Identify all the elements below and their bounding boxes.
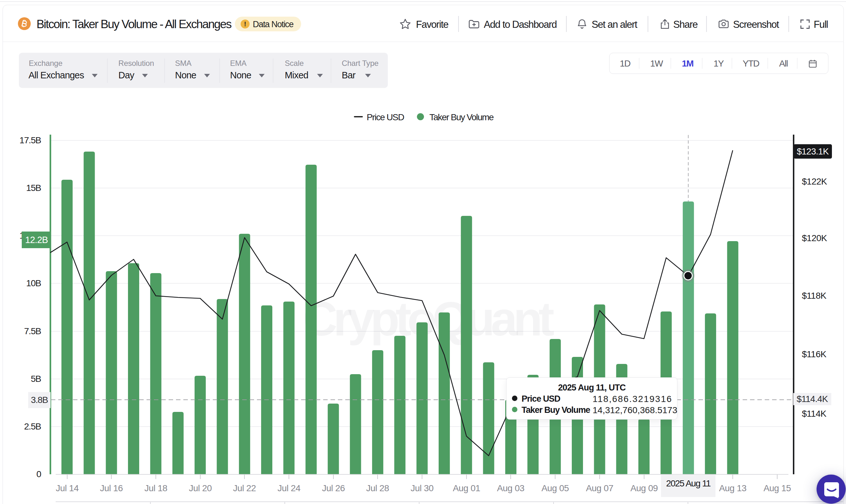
svg-text:CryptoQuant: CryptoQuant bbox=[303, 292, 554, 346]
